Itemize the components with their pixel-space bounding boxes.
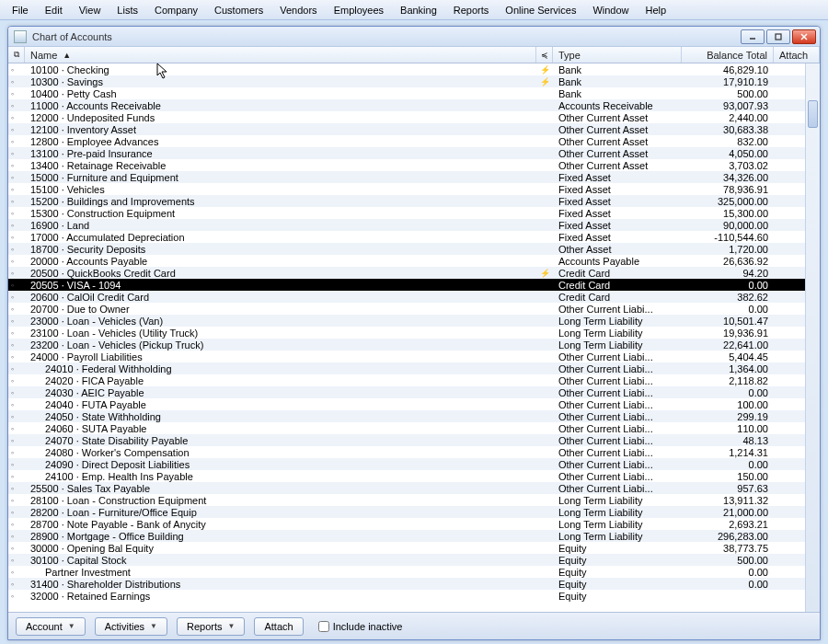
table-row[interactable]: ◦28100 · Loan - Construction EquipmentLo… [8, 494, 820, 506]
row-expand-icon[interactable]: ◦ [8, 374, 25, 386]
table-row[interactable]: ◦12000 · Undeposited FundsOther Current … [8, 111, 820, 123]
menu-edit[interactable]: Edit [37, 2, 71, 18]
row-expand-icon[interactable]: ◦ [8, 578, 25, 590]
activities-button[interactable]: Activities ▼ [95, 617, 167, 636]
table-row[interactable]: ◦32000 · Retained EarningsEquity [8, 590, 820, 602]
expand-column-header[interactable]: ⧉ [8, 47, 25, 63]
table-row[interactable]: ◦24090 · Direct Deposit LiabilitiesOther… [8, 458, 820, 470]
row-expand-icon[interactable]: ◦ [8, 482, 25, 494]
row-expand-icon[interactable]: ◦ [8, 171, 25, 183]
table-row[interactable]: ◦16900 · LandFixed Asset90,000.00 [8, 219, 820, 231]
type-column-header[interactable]: Type [553, 47, 682, 63]
table-row[interactable]: ◦15300 · Construction EquipmentFixed Ass… [8, 207, 820, 219]
table-row[interactable]: ◦31400 · Shareholder DistributionsEquity… [8, 578, 820, 590]
row-expand-icon[interactable]: ◦ [8, 494, 25, 506]
flag-column-header[interactable]: ≼ [536, 47, 553, 63]
include-inactive-checkbox[interactable]: Include inactive [318, 621, 403, 632]
table-row[interactable]: ◦25500 · Sales Tax PayableOther Current … [8, 482, 820, 494]
row-expand-icon[interactable]: ◦ [8, 183, 25, 195]
table-row[interactable]: ◦20000 · Accounts PayableAccounts Payabl… [8, 255, 820, 267]
table-row[interactable]: ◦10300 · Savings⚡Bank17,910.19 [8, 75, 820, 87]
menu-online-services[interactable]: Online Services [497, 2, 584, 18]
row-expand-icon[interactable]: ◦ [8, 147, 25, 159]
table-row[interactable]: ◦12100 · Inventory AssetOther Current As… [8, 123, 820, 135]
row-expand-icon[interactable]: ◦ [8, 458, 25, 470]
menu-help[interactable]: Help [638, 2, 675, 18]
row-expand-icon[interactable]: ◦ [8, 279, 25, 291]
table-row[interactable]: ◦24030 · AEIC PayableOther Current Liabi… [8, 386, 820, 398]
table-row[interactable]: ◦24100 · Emp. Health Ins PayableOther Cu… [8, 470, 820, 482]
table-row[interactable]: ◦20500 · QuickBooks Credit Card⚡Credit C… [8, 267, 820, 279]
scrollbar-thumb[interactable] [808, 100, 818, 128]
row-expand-icon[interactable]: ◦ [8, 255, 25, 267]
table-row[interactable]: ◦20505 · VISA - 1094Credit Card0.00 [8, 279, 820, 291]
row-expand-icon[interactable]: ◦ [8, 123, 25, 135]
accounts-table[interactable]: ◦10100 · Checking⚡Bank46,829.10◦10300 · … [8, 63, 820, 612]
table-row[interactable]: ◦20600 · CalOil Credit CardCredit Card38… [8, 291, 820, 303]
menu-banking[interactable]: Banking [392, 2, 445, 18]
row-expand-icon[interactable]: ◦ [8, 518, 25, 530]
row-expand-icon[interactable]: ◦ [8, 351, 25, 362]
table-row[interactable]: ◦13400 · Retainage ReceivableOther Curre… [8, 159, 820, 171]
row-expand-icon[interactable]: ◦ [8, 339, 25, 351]
vertical-scrollbar[interactable] [805, 63, 820, 612]
row-expand-icon[interactable]: ◦ [8, 554, 25, 566]
row-expand-icon[interactable]: ◦ [8, 470, 25, 482]
row-expand-icon[interactable]: ◦ [8, 63, 25, 75]
table-row[interactable]: ◦12800 · Employee AdvancesOther Current … [8, 135, 820, 147]
menu-lists[interactable]: Lists [109, 2, 146, 18]
table-row[interactable]: ◦15000 · Furniture and EquipmentFixed As… [8, 171, 820, 183]
row-expand-icon[interactable]: ◦ [8, 207, 25, 219]
account-button[interactable]: Account ▼ [16, 617, 86, 636]
maximize-button[interactable] [766, 29, 790, 44]
row-expand-icon[interactable]: ◦ [8, 398, 25, 410]
row-expand-icon[interactable]: ◦ [8, 111, 25, 123]
menu-company[interactable]: Company [146, 2, 206, 18]
balance-column-header[interactable]: Balance Total [682, 47, 774, 63]
minimize-button[interactable] [741, 29, 765, 44]
reports-button[interactable]: Reports ▼ [177, 617, 245, 636]
table-row[interactable]: ◦15200 · Buildings and ImprovementsFixed… [8, 195, 820, 207]
table-row[interactable]: ◦28700 · Note Payable - Bank of AnycityL… [8, 518, 820, 530]
attach-button[interactable]: Attach [254, 617, 303, 636]
row-expand-icon[interactable]: ◦ [8, 506, 25, 518]
table-row[interactable]: ◦24050 · State WithholdingOther Current … [8, 410, 820, 422]
table-row[interactable]: ◦23100 · Loan - Vehicles (Utility Truck)… [8, 327, 820, 339]
menu-window[interactable]: Window [584, 2, 637, 18]
row-expand-icon[interactable]: ◦ [8, 87, 25, 99]
table-row[interactable]: ◦23000 · Loan - Vehicles (Van)Long Term … [8, 315, 820, 327]
table-row[interactable]: ◦24060 · SUTA PayableOther Current Liabi… [8, 422, 820, 434]
row-expand-icon[interactable]: ◦ [8, 219, 25, 231]
row-expand-icon[interactable]: ◦ [8, 243, 25, 255]
table-row[interactable]: ◦10100 · Checking⚡Bank46,829.10 [8, 63, 820, 75]
table-row[interactable]: ◦Partner InvestmentEquity0.00 [8, 566, 820, 578]
table-row[interactable]: ◦18700 · Security DepositsOther Asset1,7… [8, 243, 820, 255]
table-row[interactable]: ◦28200 · Loan - Furniture/Office EquipLo… [8, 506, 820, 518]
row-expand-icon[interactable]: ◦ [8, 75, 25, 87]
menu-employees[interactable]: Employees [326, 2, 392, 18]
row-expand-icon[interactable]: ◦ [8, 566, 25, 578]
close-button[interactable] [792, 29, 816, 44]
row-expand-icon[interactable]: ◦ [8, 434, 25, 446]
menu-vendors[interactable]: Vendors [271, 2, 325, 18]
menu-view[interactable]: View [71, 2, 109, 18]
table-row[interactable]: ◦24080 · Worker's CompensationOther Curr… [8, 446, 820, 458]
row-expand-icon[interactable]: ◦ [8, 422, 25, 434]
row-expand-icon[interactable]: ◦ [8, 315, 25, 327]
table-row[interactable]: ◦24010 · Federal WithholdingOther Curren… [8, 362, 820, 374]
attach-column-header[interactable]: Attach [774, 47, 820, 63]
row-expand-icon[interactable]: ◦ [8, 362, 25, 374]
table-row[interactable]: ◦11000 · Accounts ReceivableAccounts Rec… [8, 99, 820, 111]
row-expand-icon[interactable]: ◦ [8, 135, 25, 147]
table-row[interactable]: ◦13100 · Pre-paid InsuranceOther Current… [8, 147, 820, 159]
name-column-header[interactable]: Name ▲ [25, 47, 536, 63]
row-expand-icon[interactable]: ◦ [8, 99, 25, 111]
row-expand-icon[interactable]: ◦ [8, 590, 25, 602]
row-expand-icon[interactable]: ◦ [8, 530, 25, 542]
row-expand-icon[interactable]: ◦ [8, 195, 25, 207]
row-expand-icon[interactable]: ◦ [8, 386, 25, 398]
table-row[interactable]: ◦30100 · Capital StockEquity500.00 [8, 554, 820, 566]
row-expand-icon[interactable]: ◦ [8, 159, 25, 171]
table-row[interactable]: ◦24000 · Payroll LiabilitiesOther Curren… [8, 351, 820, 362]
row-expand-icon[interactable]: ◦ [8, 267, 25, 279]
